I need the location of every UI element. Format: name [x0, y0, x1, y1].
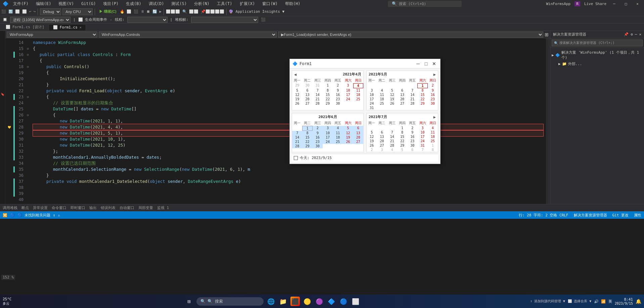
jun-d-7-sel[interactable]: 7: [292, 131, 302, 135]
next-month-btn2[interactable]: ▶: [433, 115, 436, 119]
jun-d-11-sel[interactable]: 11: [333, 131, 343, 135]
tab-close-btn[interactable]: ✕: [80, 25, 82, 29]
may-empty5[interactable]: [407, 83, 417, 88]
menu-test[interactable]: 测试(S): [169, 0, 189, 7]
menu-window[interactable]: 窗口(W): [260, 0, 280, 7]
jun-d-18-sel[interactable]: 18: [333, 135, 343, 140]
apr-d-15[interactable]: 15: [323, 93, 333, 97]
jul-d-3next[interactable]: 3: [377, 148, 387, 152]
panel-close-icon[interactable]: ✕: [639, 32, 641, 37]
jul-d-18[interactable]: 18: [428, 135, 438, 139]
taskbar-icon-edge[interactable]: 🌐: [266, 297, 276, 306]
jul-d-8next[interactable]: 8: [428, 148, 438, 152]
jun-d-29-sel[interactable]: 29: [302, 144, 312, 148]
may-d-6[interactable]: 6: [397, 88, 407, 93]
may-d-7[interactable]: 7: [407, 88, 417, 93]
apr-d-6[interactable]: 6: [302, 88, 312, 93]
menu-file[interactable]: 文件(F): [10, 0, 31, 7]
may-d-21[interactable]: 21: [407, 97, 417, 101]
jun-d-3-sel[interactable]: 3: [323, 126, 333, 131]
jul-d-22[interactable]: 22: [397, 139, 407, 143]
may-d-12[interactable]: 12: [387, 93, 397, 97]
may-d-11[interactable]: 11: [377, 93, 387, 97]
bottom-tab-immediate[interactable]: 即时窗口: [71, 205, 85, 210]
method-dropdown[interactable]: ▶Form1_Load(object sender, EventArgs e): [278, 32, 543, 38]
apr-d-12[interactable]: 12: [292, 93, 302, 97]
jul-d-24[interactable]: 24: [417, 139, 427, 143]
apr-d-24[interactable]: 24: [343, 97, 353, 101]
jun-d-2-sel[interactable]: 2: [313, 126, 323, 131]
jul-d-2[interactable]: 2: [407, 126, 417, 130]
may-d-30[interactable]: 30: [428, 101, 438, 106]
apr-d-23[interactable]: 23: [333, 97, 343, 101]
jun-d-19-sel[interactable]: 19: [343, 135, 353, 140]
apr-d-9[interactable]: 9: [333, 88, 343, 93]
jul-d-5[interactable]: 5: [367, 130, 377, 135]
tab-form1-cs[interactable]: ⬜ Form1.cs ✕: [49, 24, 86, 31]
vertical-scrollbar[interactable]: [546, 38, 550, 204]
jul-empty1[interactable]: [367, 126, 377, 130]
jun-d-22-sel[interactable]: 22: [302, 140, 312, 144]
may-d-17[interactable]: 17: [367, 97, 377, 101]
jul-d-12[interactable]: 12: [367, 135, 377, 139]
apr-d-29[interactable]: 29: [323, 101, 333, 106]
may-d-15[interactable]: 15: [417, 93, 427, 97]
may-d-31[interactable]: 31: [367, 106, 377, 110]
add-code-btn[interactable]: ↑ 添加到源代码管理 ▼: [530, 299, 565, 304]
apr-d-31prev[interactable]: 31: [313, 83, 323, 88]
jun-d-17-sel[interactable]: 17: [323, 135, 333, 140]
taskbar-icon-mail[interactable]: 🟡: [303, 297, 312, 306]
jul-d-10[interactable]: 10: [417, 130, 427, 135]
jun-d-21-sel[interactable]: 21: [292, 140, 302, 144]
jul-d-2next[interactable]: 2: [367, 148, 377, 152]
jul-d-3[interactable]: 3: [417, 126, 427, 130]
jun-d-14-sel[interactable]: 14: [292, 135, 302, 140]
menu-build[interactable]: 生成(B): [123, 0, 144, 7]
debug-config-select[interactable]: Debug: [40, 8, 61, 15]
start-button[interactable]: ⊞: [184, 297, 194, 306]
expand-btn[interactable]: ⊞: [545, 32, 549, 37]
jun-d-6-sel[interactable]: 6: [353, 126, 363, 131]
minimize-btn[interactable]: ─: [610, 2, 618, 6]
may-empty2[interactable]: [377, 83, 387, 88]
apr-d-10[interactable]: 10: [343, 88, 353, 93]
apr-d-21[interactable]: 21: [313, 97, 323, 101]
jul-d-21[interactable]: 21: [387, 139, 397, 143]
jul-d-27[interactable]: 27: [377, 143, 387, 148]
jun-d-27-sel[interactable]: 27: [353, 140, 363, 144]
apr-d-29prev[interactable]: 29: [292, 83, 302, 88]
file-dropdown[interactable]: WinFormsApp: [7, 32, 97, 38]
apr-d-3[interactable]: 3: [343, 83, 353, 88]
jun-d-26-sel[interactable]: 26: [343, 140, 353, 144]
bottom-tab-auto[interactable]: 自动窗口: [120, 205, 134, 210]
external-item[interactable]: ▶ 📁 外部...: [558, 61, 643, 67]
jul-d-28[interactable]: 28: [387, 143, 397, 148]
jun-d-9-sel[interactable]: 9: [313, 131, 323, 135]
pin-icon[interactable]: 📌: [624, 32, 629, 37]
jul-d-14[interactable]: 14: [387, 135, 397, 139]
bottom-tab-command[interactable]: 命令窗口: [52, 205, 66, 210]
menu-edit[interactable]: 编辑(E): [33, 0, 54, 7]
bottom-tab-callstack[interactable]: 调用堆栈: [3, 205, 17, 210]
taskbar-icon-explorer[interactable]: 📁: [278, 297, 288, 306]
apr-d-1next[interactable]: [343, 101, 353, 106]
form1-minimize[interactable]: ─: [415, 60, 421, 67]
may-d-1-today[interactable]: 1: [417, 83, 427, 88]
platform-select[interactable]: Any CPU: [62, 8, 93, 15]
live-share-btn[interactable]: Live Share: [584, 2, 606, 6]
may-d-18[interactable]: 18: [377, 97, 387, 101]
may-d-23[interactable]: 23: [428, 97, 438, 101]
thread-select[interactable]: [127, 17, 168, 23]
jul-d-7[interactable]: 7: [387, 130, 397, 135]
jul-empty3[interactable]: [387, 126, 397, 130]
bottom-tab-output[interactable]: 输出: [89, 205, 97, 210]
apr-d-25[interactable]: 25: [353, 97, 363, 101]
menu-view[interactable]: 视图(V): [56, 0, 77, 7]
taskbar-icon-store[interactable]: ⬛: [290, 297, 300, 306]
jul-d-8[interactable]: 8: [397, 130, 407, 135]
apr-d-22[interactable]: 22: [323, 97, 333, 101]
jul-d-16[interactable]: 16: [407, 135, 417, 139]
stackframe-select[interactable]: [191, 17, 258, 23]
prev-month-btn[interactable]: ◀: [294, 72, 296, 77]
close-btn[interactable]: ✕: [634, 2, 641, 6]
